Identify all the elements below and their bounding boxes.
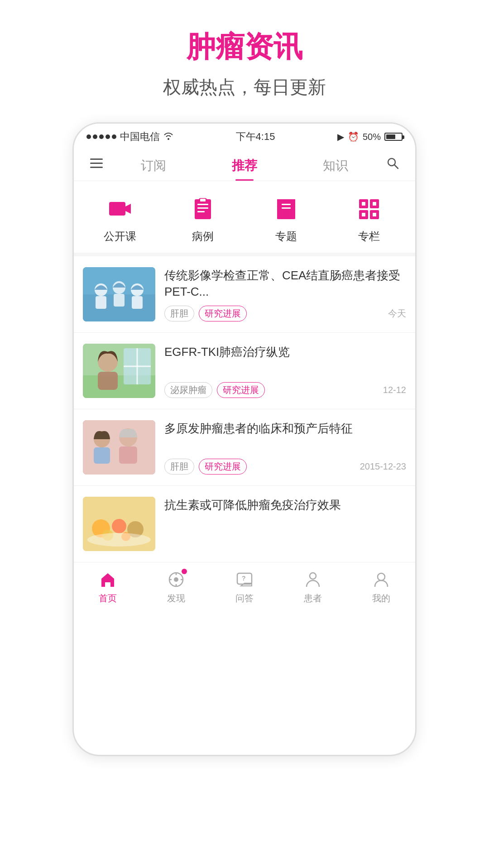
signal-dots: [86, 134, 116, 139]
bottom-nav-label-discover: 发现: [167, 592, 185, 604]
svg-point-53: [174, 577, 178, 582]
svg-rect-44: [94, 447, 110, 464]
video-icon: [105, 195, 134, 224]
bottom-nav: 首页 发现 ?: [74, 562, 415, 614]
discover-dot: [182, 569, 187, 574]
svg-point-47: [112, 519, 126, 533]
tag-urology: 泌尿肿瘤: [164, 382, 212, 398]
category-label-topic: 专题: [275, 229, 297, 244]
article-date-2: 12-12: [383, 385, 406, 395]
svg-rect-36: [98, 372, 118, 390]
svg-rect-21: [362, 202, 365, 206]
article-item[interactable]: 多原发肿瘤患者的临床和预产后特征 肝胆 研究进展 2015-12-23: [74, 409, 415, 486]
bottom-nav-label-mine: 我的: [372, 592, 390, 604]
battery-percent: 50%: [363, 132, 381, 142]
location-icon: ▶: [337, 131, 344, 142]
bottom-nav-patient[interactable]: 患者: [278, 570, 347, 604]
wifi-icon: [163, 131, 173, 143]
bottom-nav-qa[interactable]: ? 问答: [211, 570, 279, 604]
article-meta-2: 泌尿肿瘤 研究进展 12-12: [164, 382, 406, 398]
svg-rect-15: [282, 204, 291, 205]
phone-frame: 中国电信 下午4:15 ▶ ⏰ 50%: [72, 122, 417, 756]
svg-rect-9: [197, 207, 208, 209]
tag-research-1: 研究进展: [199, 306, 247, 321]
battery-icon: [384, 133, 403, 141]
svg-rect-23: [362, 213, 365, 216]
document-icon: [188, 195, 217, 224]
svg-rect-40: [83, 420, 155, 475]
bottom-nav-home[interactable]: 首页: [74, 570, 142, 604]
article-thumb-2: [83, 344, 155, 398]
article-content-3: 多原发肿瘤患者的临床和预产后特征 肝胆 研究进展 2015-12-23: [164, 420, 406, 475]
svg-rect-28: [96, 296, 106, 309]
article-content-4: 抗生素或可降低肿瘤免疫治疗效果: [164, 497, 406, 551]
svg-rect-0: [90, 158, 103, 160]
bottom-nav-label-qa: 问答: [235, 592, 254, 604]
svg-text:?: ?: [242, 575, 246, 582]
category-label-open-class: 公开课: [104, 229, 136, 244]
tag-research-2: 研究进展: [217, 382, 265, 398]
article-thumb-3: [83, 420, 155, 475]
category-case[interactable]: 病例: [162, 195, 245, 244]
carrier-label: 中国电信: [120, 130, 160, 144]
article-meta-1: 肝胆 研究进展 今天: [164, 306, 406, 321]
tag-gangdan-3: 肝胆: [164, 459, 194, 475]
article-list: 传统影像学检查正常、CEA结直肠癌患者接受PET-C... 肝胆 研究进展 今天: [74, 256, 415, 562]
bottom-nav-label-patient: 患者: [304, 592, 322, 604]
category-label-column: 专栏: [358, 229, 380, 244]
status-time: 下午4:15: [236, 130, 275, 144]
mine-icon: [371, 570, 391, 590]
discover-icon: [166, 570, 186, 590]
article-content-2: EGFR-TKI肺癌治疗纵览 泌尿肿瘤 研究进展 12-12: [164, 344, 406, 398]
tab-subscribe[interactable]: 订阅: [108, 153, 199, 181]
category-label-case: 病例: [192, 229, 214, 244]
svg-rect-22: [373, 202, 376, 206]
bookmark-icon: [272, 195, 301, 224]
nav-tabs: 订阅 推荐 知识: [74, 148, 415, 181]
svg-point-51: [87, 533, 151, 547]
status-bar: 中国电信 下午4:15 ▶ ⏰ 50%: [74, 124, 415, 148]
bottom-nav-mine[interactable]: 我的: [347, 570, 415, 604]
svg-rect-42: [119, 446, 137, 464]
categories: 公开课 病例: [74, 181, 415, 256]
alarm-icon: ⏰: [348, 131, 359, 142]
article-meta-3: 肝胆 研究进展 2015-12-23: [164, 459, 406, 475]
search-icon[interactable]: [381, 153, 404, 181]
article-title-1: 传统影像学检查正常、CEA结直肠癌患者接受PET-C...: [164, 267, 406, 300]
page-title: 肿瘤资讯: [163, 27, 326, 67]
article-item[interactable]: EGFR-TKI肺癌治疗纵览 泌尿肿瘤 研究进展 12-12: [74, 333, 415, 409]
tag-research-3: 研究进展: [199, 459, 247, 475]
article-thumb-4: [83, 497, 155, 551]
svg-point-60: [310, 573, 316, 579]
tag-gangdan-1: 肝胆: [164, 306, 194, 321]
svg-rect-16: [282, 207, 291, 209]
svg-rect-1: [90, 163, 103, 164]
category-topic[interactable]: 专题: [244, 195, 328, 244]
bottom-nav-discover[interactable]: 发现: [142, 570, 211, 604]
svg-line-4: [394, 165, 398, 168]
category-open-class[interactable]: 公开课: [78, 195, 162, 244]
svg-rect-8: [197, 204, 208, 205]
grid-icon: [355, 195, 384, 224]
qa-icon: ?: [235, 570, 254, 590]
svg-rect-7: [195, 199, 211, 219]
article-item[interactable]: 抗生素或可降低肿瘤免疫治疗效果: [74, 486, 415, 562]
article-content-1: 传统影像学检查正常、CEA结直肠癌患者接受PET-C... 肝胆 研究进展 今天: [164, 267, 406, 321]
status-left: 中国电信: [86, 130, 173, 144]
category-column[interactable]: 专栏: [328, 195, 411, 244]
svg-rect-24: [373, 213, 376, 216]
menu-icon[interactable]: [85, 153, 108, 180]
article-title-3: 多原发肿瘤患者的临床和预产后特征: [164, 420, 406, 436]
page-subtitle: 权威热点，每日更新: [163, 75, 326, 100]
svg-rect-5: [109, 202, 125, 216]
tab-recommend[interactable]: 推荐: [199, 153, 290, 181]
tab-knowledge[interactable]: 知识: [290, 153, 381, 181]
article-item[interactable]: 传统影像学检查正常、CEA结直肠癌患者接受PET-C... 肝胆 研究进展 今天: [74, 256, 415, 333]
status-right: ▶ ⏰ 50%: [337, 131, 403, 142]
svg-rect-2: [90, 167, 103, 168]
svg-rect-10: [197, 211, 205, 212]
article-title-2: EGFR-TKI肺癌治疗纵览: [164, 344, 406, 360]
patient-icon: [303, 570, 323, 590]
page-header: 肿瘤资讯 权威热点，每日更新: [163, 0, 326, 113]
article-thumb-1: [83, 267, 155, 321]
